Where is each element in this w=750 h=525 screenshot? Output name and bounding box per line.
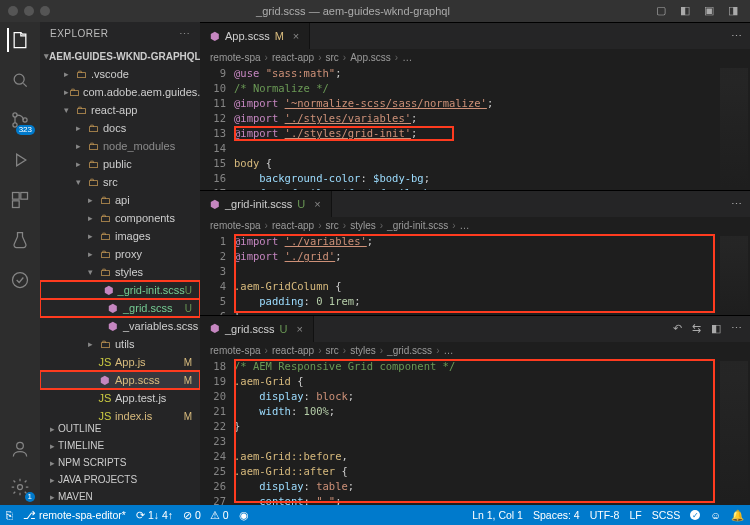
scm-view-icon[interactable]: 323 bbox=[8, 108, 32, 132]
zoom-window[interactable] bbox=[40, 6, 50, 16]
breadcrumb-segment[interactable]: react-app bbox=[272, 220, 314, 231]
breadcrumb-segment[interactable]: … bbox=[460, 220, 470, 231]
breadcrumb-segment[interactable]: src bbox=[326, 220, 339, 231]
encoding[interactable]: UTF-8 bbox=[590, 509, 620, 521]
breadcrumb-segment[interactable]: _grid-init.scss bbox=[387, 220, 448, 231]
folder-item[interactable]: ▾🗀src bbox=[40, 173, 200, 191]
breadcrumb-segment[interactable]: src bbox=[326, 345, 339, 356]
code-content-2[interactable]: @import './variables';@import './grid';.… bbox=[234, 234, 750, 315]
minimize-window[interactable] bbox=[24, 6, 34, 16]
file-item[interactable]: ⬢App.scssM bbox=[40, 371, 200, 389]
folder-item[interactable]: ▸🗀utils bbox=[40, 335, 200, 353]
eol[interactable]: LF bbox=[629, 509, 641, 521]
breadcrumb-segment[interactable]: src bbox=[326, 52, 339, 63]
tab-app-scss[interactable]: ⬢ App.scss M × bbox=[200, 23, 310, 49]
breadcrumb-segment[interactable]: remote-spa bbox=[210, 52, 261, 63]
cursor-position[interactable]: Ln 1, Col 1 bbox=[472, 509, 523, 521]
task-view-icon[interactable] bbox=[8, 268, 32, 292]
section-npm-scripts[interactable]: ▸NPM SCRIPTS bbox=[40, 454, 200, 471]
section-maven[interactable]: ▸MAVEN bbox=[40, 488, 200, 505]
code-content-1[interactable]: @use "sass:math";/* Normalize */@import … bbox=[234, 66, 750, 190]
close-icon[interactable]: × bbox=[296, 323, 302, 335]
folder-item[interactable]: ▾🗀styles bbox=[40, 263, 200, 281]
split-icon[interactable]: ◧ bbox=[711, 322, 721, 335]
sync-status[interactable]: ⟳1↓ 4↑ bbox=[136, 509, 173, 521]
settings-gear-icon[interactable]: 1 bbox=[8, 475, 32, 499]
toggle-bottom-icon[interactable]: ▣ bbox=[704, 4, 718, 18]
minimap-1[interactable] bbox=[720, 68, 748, 188]
search-view-icon[interactable] bbox=[8, 68, 32, 92]
folder-item[interactable]: ▸🗀api bbox=[40, 191, 200, 209]
toggle-panel-icon[interactable]: ▢ bbox=[656, 4, 670, 18]
breadcrumb-segment[interactable]: remote-spa bbox=[210, 220, 261, 231]
test-view-icon[interactable] bbox=[8, 228, 32, 252]
file-item[interactable]: JSApp.jsM bbox=[40, 353, 200, 371]
file-item[interactable]: ⬢_grid.scssU bbox=[40, 299, 200, 317]
more-icon[interactable]: ⋯ bbox=[731, 30, 742, 43]
accounts-icon[interactable] bbox=[8, 437, 32, 461]
project-root[interactable]: ▾AEM-GUIDES-WKND-GRAPHQL bbox=[40, 47, 200, 65]
problems[interactable]: ⊘0 ⚠0 bbox=[183, 509, 229, 521]
minimap-2[interactable] bbox=[720, 236, 748, 313]
language-mode[interactable]: SCSS bbox=[652, 509, 681, 521]
file-item[interactable]: ⬢_grid-init.scssU bbox=[40, 281, 200, 299]
section-timeline[interactable]: ▸TIMELINE bbox=[40, 437, 200, 454]
tab-grid-scss[interactable]: ⬢ _grid.scss U × bbox=[200, 316, 314, 342]
extensions-view-icon[interactable] bbox=[8, 188, 32, 212]
scss-file-icon: ⬢ bbox=[210, 198, 220, 211]
tab-grid-init-scss[interactable]: ⬢ _grid-init.scss U × bbox=[200, 191, 332, 217]
section-outline[interactable]: ▸OUTLINE bbox=[40, 420, 200, 437]
close-icon[interactable]: × bbox=[314, 198, 320, 210]
diff-icon[interactable]: ⇆ bbox=[692, 322, 701, 335]
remote-indicator[interactable]: ⎘ bbox=[6, 509, 13, 521]
breadcrumb-segment[interactable]: … bbox=[443, 345, 453, 356]
tab-git-status: U bbox=[280, 323, 288, 335]
file-item[interactable]: JSApp.test.js bbox=[40, 389, 200, 407]
more-icon[interactable]: ⋯ bbox=[731, 198, 742, 211]
breadcrumb-3[interactable]: remote-spa›react-app›src›styles›_grid.sc… bbox=[200, 342, 750, 359]
breadcrumb-segment[interactable]: styles bbox=[350, 220, 376, 231]
folder-item[interactable]: ▸🗀docs bbox=[40, 119, 200, 137]
file-item[interactable]: ⬢_variables.scss bbox=[40, 317, 200, 335]
breadcrumb-segment[interactable]: react-app bbox=[272, 345, 314, 356]
folder-item[interactable]: ▸🗀.vscode bbox=[40, 65, 200, 83]
code-area-3[interactable]: 181920212223242526272829 /* AEM Responsi… bbox=[200, 359, 750, 505]
file-item[interactable]: JSindex.jsM bbox=[40, 407, 200, 420]
close-icon[interactable]: × bbox=[293, 30, 299, 42]
notifications-icon[interactable]: 🔔 bbox=[731, 509, 744, 522]
breadcrumb-segment[interactable]: App.scss bbox=[350, 52, 391, 63]
close-window[interactable] bbox=[8, 6, 18, 16]
folder-item[interactable]: ▾🗀react-app bbox=[40, 101, 200, 119]
prettier-status[interactable]: ✓ bbox=[690, 510, 700, 520]
breadcrumb-segment[interactable]: styles bbox=[350, 345, 376, 356]
breadcrumb-segment[interactable]: … bbox=[402, 52, 412, 63]
breadcrumb-segment[interactable]: _grid.scss bbox=[387, 345, 432, 356]
toggle-sidebar-icon[interactable]: ◧ bbox=[680, 4, 694, 18]
folder-item[interactable]: ▸🗀images bbox=[40, 227, 200, 245]
explorer-more-icon[interactable]: ⋯ bbox=[179, 28, 191, 41]
folder-item[interactable]: ▸🗀public bbox=[40, 155, 200, 173]
branch-icon: ⎇ bbox=[23, 509, 36, 521]
code-area-1[interactable]: 910111213141516171819 @use "sass:math";/… bbox=[200, 66, 750, 190]
indentation[interactable]: Spaces: 4 bbox=[533, 509, 580, 521]
breadcrumb-segment[interactable]: react-app bbox=[272, 52, 314, 63]
folder-item[interactable]: ▸🗀com.adobe.aem.guides.wkn… bbox=[40, 83, 200, 101]
code-content-3[interactable]: /* AEM Responsive Grid component */.aem-… bbox=[234, 359, 750, 505]
git-branch[interactable]: ⎇remote-spa-editor* bbox=[23, 509, 126, 521]
minimap-3[interactable] bbox=[720, 361, 748, 503]
breadcrumb-2[interactable]: remote-spa›react-app›src›styles›_grid-in… bbox=[200, 217, 750, 234]
feedback-icon[interactable]: ☺ bbox=[710, 509, 721, 521]
more-icon[interactable]: ⋯ bbox=[731, 322, 742, 335]
folder-item[interactable]: ▸🗀components bbox=[40, 209, 200, 227]
explorer-view-icon[interactable] bbox=[7, 28, 31, 52]
section-java-projects[interactable]: ▸JAVA PROJECTS bbox=[40, 471, 200, 488]
debug-view-icon[interactable] bbox=[8, 148, 32, 172]
folder-item[interactable]: ▸🗀proxy bbox=[40, 245, 200, 263]
revert-icon[interactable]: ↶ bbox=[673, 322, 682, 335]
customize-layout-icon[interactable]: ◨ bbox=[728, 4, 742, 18]
breadcrumb-segment[interactable]: remote-spa bbox=[210, 345, 261, 356]
code-area-2[interactable]: 123456 @import './variables';@import './… bbox=[200, 234, 750, 315]
folder-item[interactable]: ▸🗀node_modules bbox=[40, 137, 200, 155]
breadcrumb-1[interactable]: remote-spa›react-app›src›App.scss›… bbox=[200, 49, 750, 66]
live-share-icon[interactable]: ◉ bbox=[239, 509, 249, 521]
